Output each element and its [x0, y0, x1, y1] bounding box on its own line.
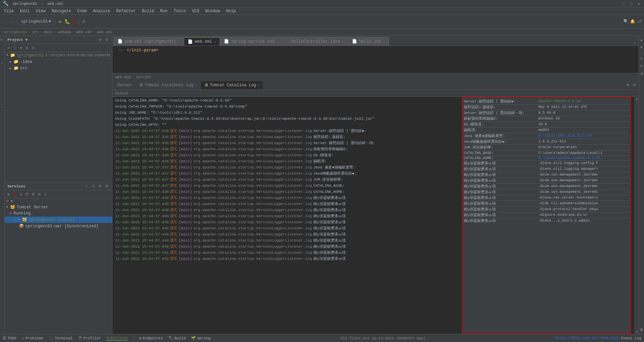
console-settings-icon[interactable]: ⚙ [625, 83, 630, 88]
favorites-icon[interactable]: F [1, 106, 4, 108]
blog-link[interactable]: https://blog.csdn.net/Java_Fly1 [556, 336, 619, 340]
breadcrumb-project[interactable]: springmvc01 [3, 30, 27, 34]
maximize-button[interactable]: □ [629, 1, 634, 6]
breadcrumb-webinf[interactable]: WEB-INF [76, 30, 92, 34]
services-button[interactable]: ⚙ Services [106, 336, 128, 341]
services-close-icon[interactable]: ⊟ [104, 184, 109, 189]
filter-icon[interactable]: ⊞ [18, 45, 24, 51]
breadcrumb-webxml[interactable]: web.xml [97, 30, 112, 34]
menu-edit[interactable]: Edit [17, 8, 33, 14]
breadcrumb-main[interactable]: main [44, 30, 53, 34]
search-everywhere-button[interactable]: 🔍 [623, 19, 628, 24]
checkmark-icon[interactable]: ✓ [632, 40, 637, 46]
problems-button[interactable]: ⚠ Problems [22, 336, 43, 340]
project-panel-icon[interactable]: P [0, 39, 4, 41]
remove-icon[interactable]: ✕ [43, 192, 48, 197]
sidebar-settings-icon[interactable]: ⚙ [639, 56, 644, 61]
tree-idea[interactable]: ▶ 📁 .idea [5, 59, 112, 65]
event-log-link[interactable]: Event Log [621, 336, 641, 340]
restart-service-icon[interactable]: ↺ [18, 192, 24, 197]
menu-run[interactable]: Run [158, 8, 170, 14]
back-button[interactable]: ← [2, 19, 7, 24]
menu-vcs[interactable]: VCS [189, 8, 202, 14]
tab-hellocontroller[interactable]: ☕ HelloController.java ✕ [283, 37, 348, 46]
sidebar-hide-icon[interactable]: ⊟ [639, 63, 644, 69]
tab-tomcat-catalina[interactable]: 🖥 Tomcat Catalina Log ✕ [201, 81, 263, 89]
stop-service-icon[interactable]: ■ [12, 192, 18, 197]
tab-springservlet[interactable]: 📄 spring-servlet.xml ✕ [220, 37, 283, 46]
sidebar-up-icon[interactable]: ▲ [639, 37, 644, 43]
sidebar-trash-icon[interactable]: 🗑 [639, 327, 644, 333]
menu-help[interactable]: Help [223, 8, 238, 14]
project-selector[interactable]: springmvc01 ▼ [19, 18, 53, 25]
notification-button[interactable]: 🔔 [630, 19, 635, 24]
tree-src[interactable]: ▶ 📁 src [5, 65, 112, 71]
redeploy-icon[interactable]: ⟳ [24, 192, 30, 197]
minimize-button[interactable]: ─ [622, 1, 626, 6]
menu-build[interactable]: Build [139, 8, 157, 14]
tab-hellocontroller-close[interactable]: ✕ [342, 40, 344, 44]
debug-button[interactable]: 🐛 [64, 19, 70, 24]
menu-navigate[interactable]: Navigate [49, 8, 74, 14]
expand-all-icon[interactable]: ⊞ [30, 192, 36, 197]
tab-pomxml[interactable]: 📄 pom.xml (springmvc01) ✕ [114, 37, 184, 46]
sidebar-down-icon[interactable]: ▼ [639, 45, 644, 50]
scroll-up-icon[interactable]: ▲ [636, 97, 638, 100]
sep3: › [54, 30, 57, 34]
tab-hellojsp-close[interactable]: ✕ [383, 40, 385, 44]
sidebar-print-icon[interactable]: 🖨 [639, 71, 644, 76]
settings-button[interactable]: ⚙ [81, 19, 86, 24]
menu-code[interactable]: Code [75, 8, 90, 14]
tree-springmvc01[interactable]: ▼ 📁 springmvc01 E:\project\testStudy\spr… [5, 52, 112, 59]
add-service-icon[interactable]: + [84, 184, 89, 189]
build-button[interactable]: 🔨 Build [168, 336, 186, 340]
tab-hellojsp[interactable]: 📄 hello.jsp ✕ [348, 37, 389, 46]
collapse-all-icon2[interactable]: ⊟ [37, 192, 42, 197]
collapse-all-icon[interactable]: ≡ [6, 45, 12, 51]
forward-button[interactable]: → [9, 19, 14, 24]
tab-server[interactable]: Server [114, 81, 135, 89]
menu-window[interactable]: Window [203, 8, 223, 14]
stop-button[interactable]: ■ [71, 19, 77, 24]
tab-webxml-close[interactable]: ✕ [214, 40, 216, 44]
terminal-button[interactable]: ⬛ Terminal [49, 336, 73, 340]
tree-running[interactable]: ▼ Running [5, 210, 112, 216]
todo-button[interactable]: ☰ TODO [3, 336, 16, 340]
run-button[interactable]: ▶ [58, 19, 63, 24]
tab-webxml[interactable]: 📄 web.xml ✕ [184, 37, 220, 46]
breadcrumb-src[interactable]: src [32, 30, 39, 34]
menu-file[interactable]: File [1, 8, 17, 14]
tab-springservlet-close[interactable]: ✕ [277, 40, 279, 44]
profiler-button[interactable]: ⏱ Profiler [78, 336, 101, 340]
menu-analyze[interactable]: Analyze [90, 8, 113, 14]
hide-panel-icon[interactable]: ⊟ [104, 37, 109, 43]
scroll-down-icon[interactable]: ▼ [636, 330, 638, 333]
sort-icon[interactable]: ↕ [12, 45, 18, 51]
run-service-icon[interactable]: ▶ [6, 192, 12, 197]
settings2-icon[interactable]: ⚙ [24, 45, 30, 51]
spring-button[interactable]: 🌱 Spring [191, 336, 211, 340]
menu-tools[interactable]: Tools [171, 8, 189, 14]
d-label[interactable]: D ▼ [6, 199, 13, 203]
git-button[interactable]: ⎇ [637, 19, 642, 24]
terminal-icon: ⬛ [49, 336, 54, 340]
structure-icon[interactable]: S [1, 62, 4, 64]
menu-refactor[interactable]: Refactor [113, 8, 139, 14]
catalina-tab-close[interactable]: ✕ [257, 83, 259, 87]
tree-war[interactable]: 📦 springmvc01:war [Synchronized] [5, 223, 112, 229]
endpoints-button[interactable]: ⇄ Endpoints [139, 336, 163, 340]
tree-springmvc01-local[interactable]: ✓ ▼ 🐱 springmvc01 [local] [5, 216, 112, 223]
scroll-to-icon[interactable]: ⊡ [30, 45, 36, 51]
menu-view[interactable]: View [33, 8, 48, 14]
localhost-tab-close[interactable]: ✕ [195, 83, 197, 87]
close-button[interactable]: ✕ [637, 1, 641, 6]
gear-icon[interactable]: ⚙ [97, 37, 103, 43]
breadcrumb-webapp[interactable]: webapp [58, 30, 71, 34]
tab-tomcat-localhost[interactable]: 🖥 Tomcat Localhost Log ✕ [136, 81, 200, 89]
group-icon[interactable]: ≡ [90, 184, 96, 189]
console-scrollbar[interactable]: ▲ ▼ [635, 97, 639, 334]
console-layout-icon[interactable]: ⊟ [632, 83, 637, 88]
services-settings-icon[interactable]: ⚙ [97, 184, 103, 189]
tab-pomxml-close[interactable]: ✕ [178, 40, 180, 44]
tree-tomcat-server[interactable]: ▼ 🐱 Tomcat Server [5, 204, 112, 210]
